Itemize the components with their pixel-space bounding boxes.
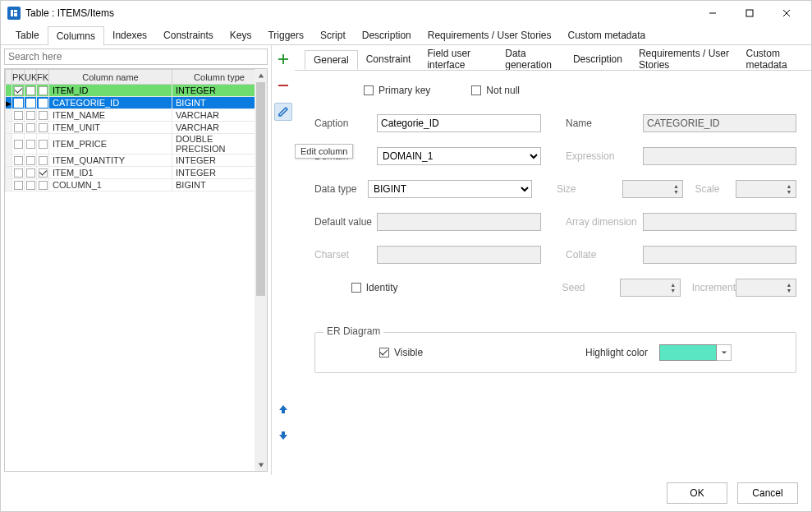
- table-row[interactable]: ▶CATEGORIE_IDBIGINT: [6, 97, 267, 109]
- prop-tab-general[interactable]: General: [305, 50, 358, 70]
- cell-column-name[interactable]: ITEM_UNIT: [49, 122, 172, 134]
- prop-tab-constraint[interactable]: Constraint: [358, 50, 420, 68]
- minimize-button[interactable]: [694, 1, 731, 25]
- name-input[interactable]: [643, 114, 796, 132]
- main-tab-requirements-user-stories[interactable]: Requirements / User Stories: [420, 26, 560, 44]
- main-tab-indexes[interactable]: Indexes: [104, 26, 155, 44]
- main-tab-constraints[interactable]: Constraints: [155, 26, 222, 44]
- array-input: [643, 213, 796, 231]
- size-spinner[interactable]: ▲▼: [622, 180, 683, 198]
- main-tab-keys[interactable]: Keys: [222, 26, 260, 44]
- primary-key-checkbox[interactable]: Primary key: [364, 85, 430, 96]
- search-input[interactable]: [4, 48, 268, 65]
- highlight-color-swatch[interactable]: [659, 344, 717, 361]
- table-row[interactable]: ITEM_QUANTITYINTEGER: [6, 155, 267, 167]
- cell-column-name[interactable]: ITEM_NAME: [49, 109, 172, 122]
- header-fk[interactable]: FK: [37, 70, 49, 85]
- cell-column-type[interactable]: INTEGER: [172, 85, 267, 97]
- header-pk[interactable]: PK: [12, 70, 25, 85]
- fk-checkbox[interactable]: [39, 181, 48, 190]
- datatype-select[interactable]: BIGINT: [368, 180, 532, 198]
- cell-column-name[interactable]: COLUMN_1: [49, 179, 172, 191]
- highlight-color-dropdown[interactable]: [717, 344, 732, 361]
- cell-column-type[interactable]: INTEGER: [172, 155, 267, 167]
- fk-checkbox[interactable]: [39, 168, 48, 178]
- table-row[interactable]: COLUMN_1BIGINT: [6, 179, 267, 191]
- uk-checkbox[interactable]: [26, 156, 35, 165]
- main-tab-description[interactable]: Description: [354, 26, 420, 44]
- header-uk[interactable]: UK: [25, 70, 37, 85]
- cell-column-type[interactable]: INTEGER: [172, 167, 267, 179]
- close-button[interactable]: [768, 1, 805, 25]
- pk-checkbox[interactable]: [14, 111, 23, 120]
- visible-checkbox[interactable]: Visible: [379, 347, 423, 358]
- remove-column-button[interactable]: [274, 76, 292, 95]
- identity-checkbox[interactable]: Identity: [351, 282, 398, 293]
- uk-checkbox[interactable]: [26, 86, 35, 95]
- cell-column-name[interactable]: ITEM_PRICE: [49, 134, 172, 155]
- cell-column-type[interactable]: BIGINT: [172, 97, 267, 109]
- table-row[interactable]: ITEM_NAMEVARCHAR: [6, 109, 267, 122]
- fk-checkbox[interactable]: [39, 140, 48, 149]
- uk-checkbox[interactable]: [26, 168, 35, 178]
- domain-select[interactable]: DOMAIN_1: [377, 147, 541, 165]
- columns-grid[interactable]: PK UK FK Column name Column type ITEM_ID…: [4, 68, 268, 472]
- not-null-checkbox[interactable]: Not null: [471, 85, 520, 96]
- default-input[interactable]: [377, 213, 541, 231]
- pk-checkbox[interactable]: [14, 123, 23, 132]
- fk-checkbox[interactable]: [39, 86, 48, 95]
- pk-checkbox[interactable]: [14, 86, 23, 95]
- pk-checkbox[interactable]: [14, 99, 23, 108]
- main-tab-triggers[interactable]: Triggers: [259, 26, 312, 44]
- add-column-button[interactable]: [274, 50, 292, 68]
- pk-checkbox[interactable]: [14, 140, 23, 149]
- cell-column-name[interactable]: CATEGORIE_ID: [49, 97, 172, 109]
- uk-checkbox[interactable]: [26, 181, 35, 190]
- search-wrap: [4, 48, 268, 65]
- cell-column-type[interactable]: DOUBLE PRECISION: [172, 134, 267, 155]
- fk-checkbox[interactable]: [39, 111, 48, 120]
- main-tab-custom-metadata[interactable]: Custom metadata: [560, 26, 654, 44]
- highlight-label: Highlight color: [585, 347, 659, 358]
- cell-column-type[interactable]: VARCHAR: [172, 122, 267, 134]
- pk-checkbox[interactable]: [14, 156, 23, 165]
- uk-checkbox[interactable]: [26, 111, 35, 120]
- table-row[interactable]: ITEM_IDINTEGER: [6, 85, 267, 97]
- move-down-button[interactable]: [274, 427, 292, 445]
- table-row[interactable]: ITEM_PRICEDOUBLE PRECISION: [6, 134, 267, 155]
- maximize-button[interactable]: [731, 1, 768, 25]
- header-column-type[interactable]: Column type: [172, 70, 267, 85]
- cell-column-type[interactable]: BIGINT: [172, 179, 267, 191]
- header-column-name[interactable]: Column name: [49, 70, 172, 85]
- cell-column-name[interactable]: ITEM_ID: [49, 85, 172, 97]
- fk-checkbox[interactable]: [39, 99, 48, 108]
- main-tab-table[interactable]: Table: [7, 26, 48, 44]
- cell-column-type[interactable]: VARCHAR: [172, 109, 267, 122]
- caption-input[interactable]: [377, 114, 541, 132]
- pk-checkbox[interactable]: [14, 168, 23, 178]
- move-up-button[interactable]: [274, 400, 292, 418]
- increment-label: Increment: [692, 282, 736, 293]
- cancel-button[interactable]: Cancel: [737, 482, 798, 504]
- increment-spinner[interactable]: ▲▼: [736, 279, 796, 297]
- uk-checkbox[interactable]: [26, 99, 35, 108]
- uk-checkbox[interactable]: [26, 140, 35, 149]
- table-row[interactable]: ITEM_ID1INTEGER: [6, 167, 267, 179]
- main-tab-script[interactable]: Script: [312, 26, 354, 44]
- cell-column-name[interactable]: ITEM_ID1: [49, 167, 172, 179]
- fk-checkbox[interactable]: [39, 123, 48, 132]
- scale-spinner[interactable]: ▲▼: [736, 180, 796, 198]
- edit-column-button[interactable]: [274, 103, 292, 121]
- main-tab-columns[interactable]: Columns: [48, 26, 104, 46]
- cell-column-name[interactable]: ITEM_QUANTITY: [49, 155, 172, 167]
- pk-checkbox[interactable]: [14, 181, 23, 190]
- uk-checkbox[interactable]: [26, 123, 35, 132]
- prop-tab-description[interactable]: Description: [565, 50, 631, 68]
- fk-checkbox[interactable]: [39, 156, 48, 165]
- ok-button[interactable]: OK: [667, 482, 727, 504]
- grid-scrollbar[interactable]: [255, 69, 267, 471]
- visible-label: Visible: [394, 347, 423, 358]
- table-row[interactable]: ITEM_UNITVARCHAR: [6, 122, 267, 134]
- seed-spinner[interactable]: ▲▼: [620, 279, 681, 297]
- identity-label: Identity: [366, 282, 398, 293]
